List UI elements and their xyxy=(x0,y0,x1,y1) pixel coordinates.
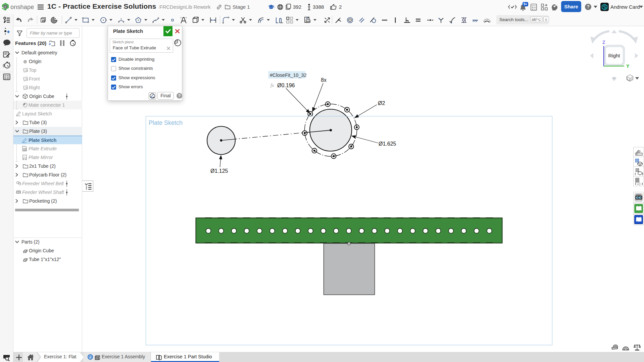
svg-text:fx: fx xyxy=(270,83,274,88)
svg-text:x: x xyxy=(637,182,639,186)
svg-text:Ø1.125: Ø1.125 xyxy=(210,168,228,174)
svg-text:DXF: DXF xyxy=(306,20,310,22)
svg-text:Right: Right xyxy=(608,53,620,58)
svg-text:#CloseFit_10_32: #CloseFit_10_32 xyxy=(270,72,307,78)
svg-text:Ø2: Ø2 xyxy=(378,100,385,106)
svg-text:): ) xyxy=(639,182,640,186)
svg-text:Ø0.196: Ø0.196 xyxy=(277,83,295,88)
svg-text:Plate Sketch: Plate Sketch xyxy=(149,119,183,126)
svg-text:Ø1.625: Ø1.625 xyxy=(379,141,396,147)
svg-text:8x: 8x xyxy=(321,77,327,83)
svg-text:Z: Z xyxy=(602,40,605,45)
svg-text:Y: Y xyxy=(626,63,630,69)
